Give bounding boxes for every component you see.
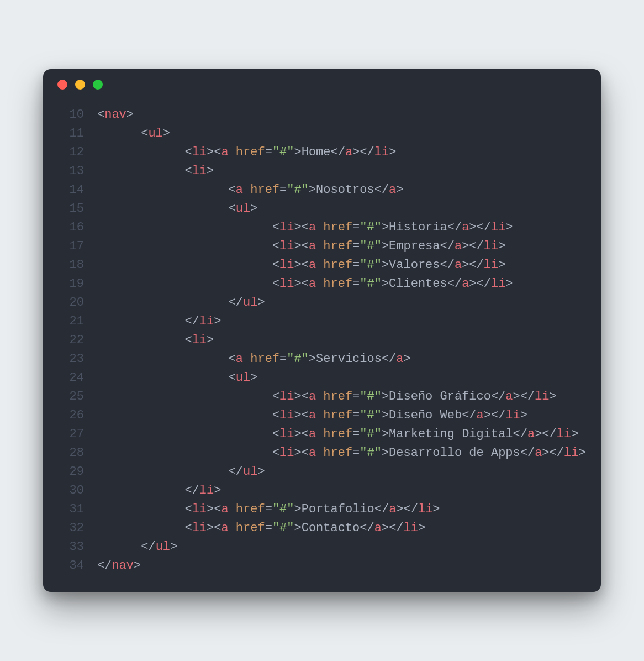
code-line: 34</nav> [57, 557, 587, 575]
token-tg: li [279, 277, 294, 291]
token-p: > [418, 521, 425, 535]
token-p: > [382, 446, 389, 460]
token-p: </ [469, 258, 483, 272]
token-p: > [542, 446, 549, 460]
token-p: > [404, 352, 411, 366]
token-p: < [272, 390, 279, 403]
token-p: > [396, 183, 403, 197]
token-tg: a [309, 427, 316, 441]
token-p [316, 427, 323, 441]
token-p: </ [229, 465, 243, 479]
token-p: < [302, 427, 309, 441]
token-p: > [207, 502, 214, 516]
token-p: > [484, 408, 491, 422]
token-p: > [294, 221, 301, 234]
token-st: "#" [272, 521, 294, 535]
code-line: 23 <a href="#">Servicios</a> [57, 350, 587, 369]
token-tg: ul [243, 465, 257, 479]
code-line: 20 </ul> [57, 293, 587, 312]
token-p: = [352, 390, 360, 403]
token-p: </ [491, 390, 505, 403]
line-content: <li><a href="#">Diseño Gráfico</a></li> [97, 387, 587, 406]
line-content: <li><a href="#">Contacto</a></li> [97, 519, 587, 538]
token-p: </ [440, 239, 455, 253]
token-p: = [352, 427, 360, 441]
token-tg: li [192, 521, 207, 535]
token-p: </ [389, 521, 403, 535]
token-tx: Clientes [389, 277, 447, 291]
token-tg: li [279, 221, 294, 234]
token-p: > [432, 502, 440, 516]
line-number: 21 [57, 312, 97, 331]
token-tg: a [309, 221, 316, 234]
token-p: < [272, 427, 279, 441]
line-content: </ul> [97, 463, 587, 481]
code-line: 28 <li><a href="#">Desarrollo de Apps</a… [57, 444, 587, 463]
token-p: = [265, 502, 272, 516]
token-tg: a [309, 390, 316, 403]
token-p: > [382, 239, 389, 253]
token-tg: a [236, 352, 243, 366]
token-tg: li [404, 521, 418, 535]
line-content: <nav> [97, 106, 587, 124]
token-p: > [214, 314, 221, 328]
code-line: 15 <ul> [57, 200, 587, 218]
token-tg: a [309, 258, 316, 272]
token-p: < [302, 408, 309, 422]
token-st: "#" [360, 221, 382, 234]
token-p: > [469, 221, 476, 234]
token-tx: Empresa [389, 239, 440, 253]
token-tx: Portafolio [302, 502, 374, 516]
token-tg: li [199, 484, 214, 497]
token-tg: li [199, 314, 214, 328]
line-content: <a href="#">Servicios</a> [97, 350, 587, 369]
line-number: 34 [57, 557, 97, 575]
token-p: > [294, 258, 301, 272]
line-number: 27 [57, 425, 97, 444]
token-st: "#" [360, 258, 382, 272]
token-p: > [294, 502, 301, 516]
token-p: < [229, 352, 236, 366]
token-p [316, 258, 323, 272]
token-p: < [97, 108, 104, 122]
token-at: href [323, 277, 352, 291]
line-content: <li><a href="#">Desarrollo de Apps</a></… [97, 444, 587, 463]
token-p [229, 502, 236, 516]
zoom-icon[interactable] [93, 80, 103, 90]
token-p: > [382, 427, 389, 441]
token-p: < [229, 371, 236, 385]
token-p: > [170, 540, 177, 554]
code-line: 32 <li><a href="#">Contacto</a></li> [57, 519, 587, 538]
token-p: > [382, 390, 389, 403]
close-icon[interactable] [57, 80, 67, 90]
token-p: < [184, 502, 192, 516]
token-st: "#" [360, 390, 382, 403]
token-p: > [126, 108, 134, 122]
token-tg: li [484, 239, 498, 253]
token-p: </ [141, 540, 155, 554]
token-p [316, 277, 323, 291]
token-p: > [250, 202, 257, 216]
token-tg: li [279, 390, 294, 403]
token-tx: Valores [389, 258, 440, 272]
line-number: 17 [57, 237, 97, 256]
token-at: href [323, 239, 352, 253]
token-p: > [382, 258, 389, 272]
line-content: <li><a href="#">Clientes</a></li> [97, 275, 587, 293]
token-tg: li [279, 446, 294, 460]
token-tg: a [455, 258, 462, 272]
token-p: > [294, 145, 301, 159]
token-tg: li [535, 390, 549, 403]
token-tx: Historia [389, 221, 447, 234]
token-tg: a [505, 390, 513, 403]
line-content: <a href="#">Nosotros</a> [97, 181, 587, 200]
token-at: href [250, 352, 279, 366]
token-tx: Diseño Gráfico [389, 390, 491, 403]
token-st: "#" [272, 502, 294, 516]
code-line: 29 </ul> [57, 463, 587, 481]
token-p: </ [447, 221, 462, 234]
token-p: < [141, 127, 148, 140]
token-tg: a [345, 145, 352, 159]
token-tx: Servicios [316, 352, 382, 366]
minimize-icon[interactable] [75, 80, 85, 90]
